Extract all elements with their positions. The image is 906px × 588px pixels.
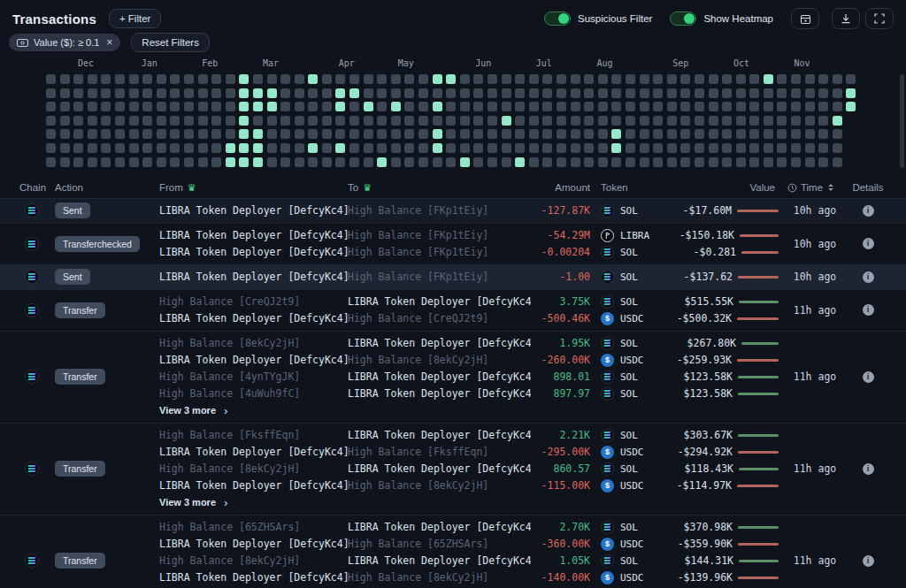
heatmap-cell[interactable] (73, 74, 83, 84)
heatmap-cell[interactable] (267, 116, 277, 126)
heatmap-cell[interactable] (791, 88, 801, 98)
heatmap-cell[interactable] (433, 129, 442, 139)
heatmap-cell[interactable] (818, 116, 828, 126)
heatmap-cell[interactable] (418, 143, 428, 153)
heatmap-cell[interactable] (680, 116, 690, 126)
heatmap-cell[interactable] (446, 143, 456, 153)
heatmap-cell[interactable] (667, 74, 677, 84)
from-address[interactable]: LIBRA Token Deployer [DefcyKc4] (150, 229, 348, 241)
heatmap-cell[interactable] (142, 116, 152, 126)
heatmap-cell[interactable] (736, 74, 746, 84)
heatmap-cell[interactable] (473, 143, 483, 153)
transaction-row[interactable]: TransferHigh Balance [8ekCy2jH]LIBRA Tok… (0, 332, 906, 424)
heatmap-cell[interactable] (611, 102, 621, 111)
heatmap-cell[interactable] (473, 74, 483, 84)
heatmap-cell[interactable] (460, 102, 470, 111)
heatmap-cell[interactable] (502, 102, 511, 111)
heatmap-cell[interactable] (640, 143, 649, 153)
heatmap-cell[interactable] (640, 88, 649, 98)
heatmap-cell[interactable] (460, 74, 470, 84)
heatmap-cell[interactable] (433, 116, 442, 126)
info-icon[interactable]: i (863, 205, 874, 217)
heatmap-cell[interactable] (335, 143, 345, 153)
from-address[interactable]: High Balance [8ekCy2jH] (150, 462, 348, 475)
heatmap-cell[interactable] (418, 88, 428, 98)
heatmap-cell[interactable] (640, 116, 649, 126)
heatmap-cell[interactable] (349, 116, 359, 126)
heatmap-cell[interactable] (364, 129, 373, 139)
heatmap-cell[interactable] (73, 88, 83, 98)
heatmap-cell[interactable] (157, 74, 166, 84)
heatmap-cell[interactable] (280, 143, 290, 153)
heatmap-cell[interactable] (626, 129, 635, 139)
to-address[interactable]: LIBRA Token Deployer [DefcyKc4] (348, 521, 531, 533)
heatmap-cell[interactable] (542, 102, 552, 111)
heatmap-cell[interactable] (611, 157, 621, 167)
heatmap-cell[interactable] (46, 129, 56, 139)
heatmap-cell[interactable] (364, 102, 373, 111)
heatmap-cell[interactable] (598, 129, 608, 139)
heatmap-cell[interactable] (640, 74, 649, 84)
heatmap-cell[interactable] (129, 129, 139, 139)
heatmap-cell[interactable] (46, 116, 56, 126)
heatmap-cell[interactable] (446, 74, 456, 84)
heatmap-cell[interactable] (170, 143, 180, 153)
heatmap-cell[interactable] (211, 129, 221, 139)
heatmap-cell[interactable] (142, 143, 152, 153)
heatmap-cell[interactable] (846, 102, 856, 111)
heatmap-cell[interactable] (598, 102, 608, 111)
heatmap-cell[interactable] (584, 74, 594, 84)
heatmap-cell[interactable] (722, 102, 732, 111)
heatmap-cell[interactable] (295, 88, 304, 98)
heatmap-cell[interactable] (777, 88, 787, 98)
heatmap-cell[interactable] (515, 102, 525, 111)
heatmap-cell[interactable] (280, 116, 290, 126)
heatmap-cell[interactable] (391, 102, 401, 111)
heatmap-cell[interactable] (680, 129, 690, 139)
heatmap-cell[interactable] (308, 143, 318, 153)
to-address[interactable]: LIBRA Token Deployer [DefcyKc4] (348, 462, 531, 475)
heatmap-cell[interactable] (364, 116, 373, 126)
heatmap-cell[interactable] (308, 116, 318, 126)
heatmap-cell[interactable] (226, 74, 235, 84)
heatmap-cell[interactable] (611, 129, 621, 139)
heatmap-cell[interactable] (529, 116, 539, 126)
heatmap-cell[interactable] (529, 88, 539, 98)
heatmap-cell[interactable] (749, 74, 759, 84)
heatmap-cell[interactable] (777, 143, 787, 153)
heatmap-cell[interactable] (488, 157, 497, 167)
heatmap-cell[interactable] (626, 88, 635, 98)
heatmap-cell[interactable] (460, 116, 470, 126)
heatmap-cell[interactable] (515, 74, 525, 84)
toggle-switch-icon[interactable] (544, 11, 571, 26)
info-icon[interactable]: i (863, 304, 874, 316)
heatmap-cell[interactable] (584, 143, 594, 153)
heatmap-cell[interactable] (404, 129, 414, 139)
heatmap-cell[interactable] (667, 143, 677, 153)
heatmap-cell[interactable] (764, 74, 773, 84)
heatmap-cell[interactable] (170, 157, 180, 167)
heatmap-cell[interactable] (502, 88, 511, 98)
heatmap-cell[interactable] (709, 143, 718, 153)
heatmap-cell[interactable] (335, 157, 345, 167)
heatmap-cell[interactable] (502, 129, 511, 139)
heatmap-cell[interactable] (695, 88, 704, 98)
heatmap-cell[interactable] (322, 157, 332, 167)
heatmap-cell[interactable] (377, 102, 387, 111)
heatmap-cell[interactable] (446, 129, 456, 139)
heatmap-cell[interactable] (749, 88, 759, 98)
heatmap-cell[interactable] (211, 102, 221, 111)
from-address[interactable]: LIBRA Token Deployer [DefcyKc4] (150, 354, 348, 366)
heatmap-cell[interactable] (791, 143, 801, 153)
heatmap-cell[interactable] (418, 129, 428, 139)
heatmap-cell[interactable] (88, 129, 97, 139)
heatmap-cell[interactable] (239, 74, 249, 84)
to-address[interactable]: High Balance [8ekCy2jH] (348, 354, 531, 366)
heatmap-cell[interactable] (46, 157, 56, 167)
heatmap-cell[interactable] (211, 143, 221, 153)
heatmap-cell[interactable] (101, 143, 111, 153)
heatmap-cell[interactable] (115, 88, 125, 98)
heatmap-cell[interactable] (749, 102, 759, 111)
heatmap-cell[interactable] (433, 102, 442, 111)
heatmap-cell[interactable] (626, 143, 635, 153)
